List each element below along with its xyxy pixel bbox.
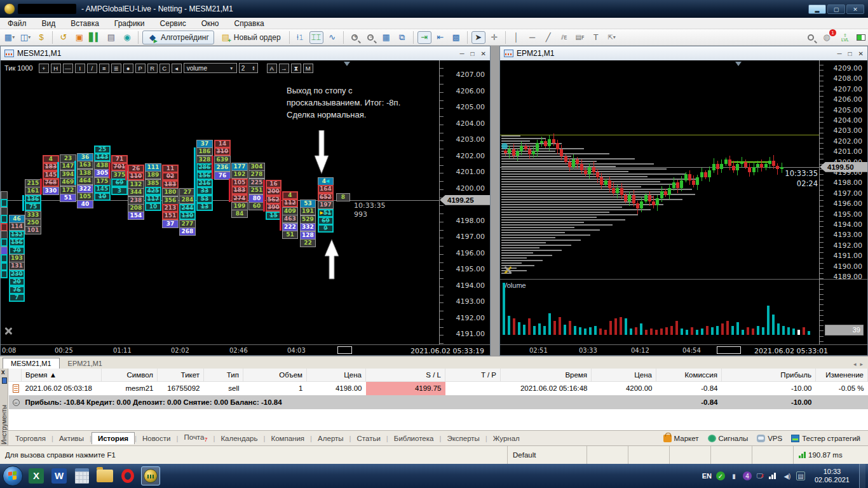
- new-chart-icon[interactable]: ▦▾: [3, 31, 17, 44]
- chart-mode-button-0[interactable]: A: [267, 64, 277, 73]
- menu-item-Файл[interactable]: Файл: [0, 18, 34, 29]
- menu-item-Вид[interactable]: Вид: [34, 18, 64, 29]
- vertical-line-icon[interactable]: │: [510, 31, 524, 44]
- fibonacci-icon[interactable]: ▤ꜰ: [573, 31, 587, 44]
- menu-item-Графики[interactable]: Графики: [107, 18, 153, 29]
- taskbar-opera-icon[interactable]: [118, 466, 137, 485]
- horizontal-line-icon[interactable]: ─: [526, 31, 539, 44]
- chart-tool-button-8[interactable]: P: [135, 64, 146, 73]
- tray-update-icon[interactable]: ✓: [716, 471, 725, 480]
- column-header-10[interactable]: Комиссия: [656, 369, 722, 381]
- menu-item-Сервис[interactable]: Сервис: [153, 18, 194, 29]
- chart-maximize-icon[interactable]: □: [471, 50, 475, 57]
- time-axis-checkbox[interactable]: [717, 346, 741, 354]
- language-indicator[interactable]: EN: [702, 472, 712, 480]
- toolbox-tab-Торговля[interactable]: Торговля: [10, 433, 51, 444]
- chart-tool-button-9[interactable]: R: [147, 64, 158, 73]
- chart-tool-button-4[interactable]: /: [87, 64, 97, 73]
- line-chart-icon[interactable]: ∿: [325, 31, 339, 44]
- notifications-icon[interactable]: ◍1: [820, 31, 834, 44]
- toolbox-tab-История[interactable]: История: [92, 432, 135, 444]
- column-header-11[interactable]: Прибыль: [722, 369, 816, 381]
- tab-scroll-arrows[interactable]: ◂▸: [853, 361, 865, 369]
- tray-signal-icon[interactable]: [770, 471, 778, 480]
- profile-cell[interactable]: Default: [507, 446, 587, 464]
- right-chart-titlebar[interactable]: EPM21,M1 ─□✕: [500, 46, 867, 60]
- auto-scroll-icon[interactable]: ⇥: [417, 31, 431, 44]
- column-header-2[interactable]: Тикет: [158, 369, 204, 381]
- new-order-button[interactable]: ▤+ Новый ордер: [216, 30, 285, 44]
- channel-icon[interactable]: ⫽ᴇ: [557, 31, 571, 44]
- column-header-9[interactable]: Цена: [592, 369, 656, 381]
- right-chart-canvas[interactable]: 10:33:3502:24Volume4209.004208.004207.00…: [500, 60, 867, 346]
- chart-minimize-icon[interactable]: ─: [837, 50, 841, 57]
- cursor-icon[interactable]: ➤: [471, 31, 485, 44]
- toolbox-tab-Компания[interactable]: Компания: [265, 433, 310, 444]
- cluster-mode-dropdown[interactable]: volume▼: [184, 63, 237, 73]
- toolbox-tab-Календарь[interactable]: Календарь: [215, 433, 263, 444]
- taskbar-clock[interactable]: 10:33 02.06.2021: [810, 468, 855, 484]
- close-button[interactable]: ✕: [846, 4, 864, 14]
- chart-tool-button-7[interactable]: ●: [123, 64, 133, 73]
- column-header-0[interactable]: Время ▲: [22, 369, 102, 381]
- arrows-icon[interactable]: ⇱▾: [605, 31, 619, 44]
- taskbar-metatrader-icon[interactable]: [141, 466, 160, 485]
- chart-tool-button-2[interactable]: —: [63, 64, 73, 73]
- chart-maximize-icon[interactable]: □: [848, 50, 852, 57]
- toolbox-pin-icon[interactable]: [2, 377, 7, 384]
- crosshair-icon[interactable]: ✛: [487, 31, 501, 44]
- chart-tool-button-5[interactable]: ≡: [99, 64, 109, 73]
- toolbox-tab-Библиотека[interactable]: Библиотека: [388, 433, 440, 444]
- tray-power-icon[interactable]: ▮: [729, 471, 738, 480]
- lvl-connection-icon[interactable]: ⇧LVL: [836, 31, 855, 44]
- toolbox-tab-Новости[interactable]: Новости: [137, 433, 177, 444]
- left-chart-titlebar[interactable]: MESM21,M1 ─□✕: [1, 46, 490, 60]
- show-desktop-button[interactable]: [859, 464, 865, 488]
- taskbar-calculator-icon[interactable]: [72, 466, 92, 485]
- indicators-icon[interactable]: ▋▍: [88, 31, 102, 44]
- toolbox-tab-Статьи[interactable]: Статьи: [351, 433, 386, 444]
- collapse-icon[interactable]: −: [13, 399, 20, 406]
- zoom-in-icon[interactable]: +: [348, 31, 362, 44]
- tile-windows-icon[interactable]: ▦: [379, 31, 393, 44]
- menu-item-Справка[interactable]: Справка: [227, 18, 272, 29]
- start-button[interactable]: [3, 466, 23, 486]
- chart-tool-button-10[interactable]: C: [159, 64, 170, 73]
- tray-volume-icon[interactable]: ◀): [783, 471, 792, 480]
- service-link-VPS[interactable]: VPS: [757, 435, 782, 442]
- chart-tool-button-11[interactable]: ◂: [172, 64, 182, 73]
- column-header-7[interactable]: T / P: [445, 369, 501, 381]
- chart-mode-button-2[interactable]: ⧗: [291, 64, 301, 73]
- taskbar-word-icon[interactable]: W: [50, 466, 69, 485]
- chart-shift-icon[interactable]: ⇤: [433, 31, 447, 44]
- left-chart-canvas[interactable]: Тик 1000+H—I/≡≣●PRC◂volume▼2▲▼A→⧗M461141…: [1, 60, 490, 346]
- chart-tool-button-0[interactable]: +: [39, 64, 49, 73]
- service-link-Сигналы[interactable]: Сигналы: [708, 435, 749, 442]
- chart-tab-EPM21,M1[interactable]: EPM21,M1: [60, 358, 111, 369]
- chart-close-icon[interactable]: ✕: [481, 50, 486, 57]
- service-link-Маркет[interactable]: Маркет: [663, 435, 699, 442]
- tray-app-badge-icon[interactable]: 4: [743, 471, 752, 480]
- column-header-5[interactable]: Цена: [307, 369, 366, 381]
- column-header-6[interactable]: S / L: [366, 369, 445, 381]
- toolbox-tab-Журнал[interactable]: Журнал: [487, 433, 526, 444]
- menu-item-Вставка[interactable]: Вставка: [63, 18, 107, 29]
- spinner-arrows-icon[interactable]: ▲▼: [252, 65, 255, 71]
- chart-tool-button-3[interactable]: I: [75, 64, 85, 73]
- chart-mode-button-3[interactable]: M: [303, 64, 313, 73]
- chart-mode-button-1[interactable]: →: [279, 64, 289, 73]
- toolbox-tab-Алерты[interactable]: Алерты: [312, 433, 349, 444]
- trend-line-icon[interactable]: ╱: [541, 31, 555, 44]
- cluster-scale-spinner[interactable]: 2▲▼: [239, 63, 258, 73]
- service-link-Тестер стратегий[interactable]: Тестер стратегий: [791, 435, 860, 442]
- search-icon[interactable]: [804, 31, 818, 44]
- history-center-icon[interactable]: ↺: [57, 31, 71, 44]
- bar-chart-icon[interactable]: ⍿𝟷: [294, 31, 308, 44]
- tray-network-icon[interactable]: 🖵✗: [756, 471, 765, 480]
- market-watch-icon[interactable]: $: [34, 31, 48, 44]
- column-header-3[interactable]: Тип: [204, 369, 243, 381]
- quick-tools-icon[interactable]: [503, 265, 513, 275]
- toolbox-close-icon[interactable]: x: [1, 369, 5, 376]
- chart-tool-button-1[interactable]: H: [51, 64, 61, 73]
- table-row[interactable]: 2021.06.02 05:03:18mesm2116755092sell141…: [9, 381, 868, 395]
